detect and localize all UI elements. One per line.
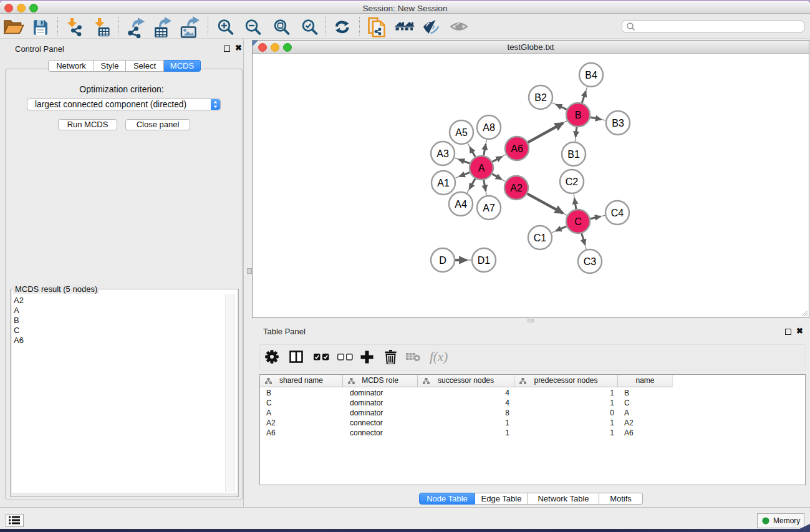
svg-text:D: D — [439, 255, 446, 266]
svg-text:A: A — [478, 163, 485, 173]
svg-text:A1: A1 — [437, 178, 450, 188]
svg-text:B: B — [575, 110, 582, 120]
svg-text:B1: B1 — [567, 149, 580, 160]
svg-text:D1: D1 — [478, 255, 491, 266]
svg-text:A4: A4 — [455, 199, 467, 210]
svg-text:A5: A5 — [455, 127, 468, 138]
svg-text:B4: B4 — [585, 70, 597, 80]
svg-text:C2: C2 — [566, 177, 579, 187]
svg-text:A7: A7 — [483, 203, 495, 213]
svg-text:A3: A3 — [436, 148, 449, 159]
svg-text:A8: A8 — [483, 122, 495, 133]
svg-text:C3: C3 — [584, 256, 597, 267]
svg-text:C4: C4 — [611, 208, 624, 218]
svg-text:C1: C1 — [534, 233, 547, 243]
svg-text:B3: B3 — [612, 118, 624, 128]
svg-text:B2: B2 — [534, 92, 547, 103]
svg-text:C: C — [574, 216, 582, 227]
svg-text:A2: A2 — [510, 183, 523, 193]
svg-text:A6: A6 — [511, 143, 523, 154]
